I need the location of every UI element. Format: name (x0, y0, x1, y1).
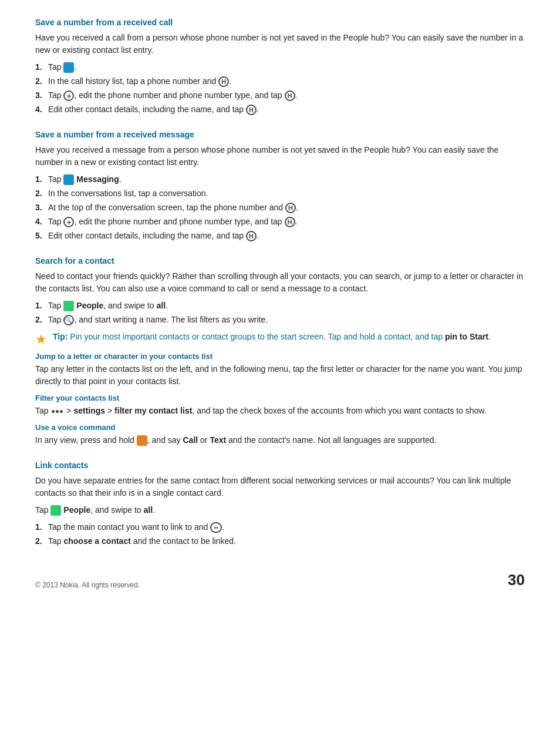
subsection-filter-contacts: Filter your contacts list Tap > settings… (35, 394, 525, 417)
voice-icon (137, 435, 147, 446)
add-icon: + (63, 90, 74, 101)
step-text: In the conversations list, tap a convers… (48, 187, 525, 200)
step-2-save-msg: 2. In the conversations list, tap a conv… (35, 187, 525, 200)
section-title-save-from-message: Save a number from a received message (35, 130, 525, 139)
step-text: Tap the main contact you want to link to… (48, 521, 525, 533)
subsection-title-voice: Use a voice command (35, 423, 525, 432)
step-num: 4. (35, 103, 48, 116)
section-search-contact: Search for a contact Need to contact you… (35, 256, 525, 446)
section-intro-save-from-message: Have you received a message from a perso… (35, 144, 525, 169)
step-2-link: 2. Tap choose a contact and the contact … (35, 535, 525, 547)
step-num: 1. (35, 300, 48, 312)
section-intro-search-contact: Need to contact your friends quickly? Ra… (35, 270, 525, 295)
subsection-body-filter: Tap > settings > filter my contact list,… (35, 405, 525, 417)
save-icon: H (285, 217, 295, 227)
steps-link-contacts: 1. Tap the main contact you want to link… (35, 521, 525, 547)
tip-text: Tip: Pin your most important contacts or… (53, 331, 491, 343)
dots-menu-icon (52, 410, 63, 413)
section-intro-save-from-call: Have you received a call from a person w… (35, 32, 525, 56)
footer-page-number: 30 (508, 571, 525, 589)
people-icon (63, 301, 74, 311)
step-1-save-msg: 1. Tap Messaging. (35, 173, 525, 186)
step-3-save-call: 3. Tap +, edit the phone number and phon… (35, 89, 525, 102)
steps-save-from-call: 1. Tap . 2. In the call history list, ta… (35, 61, 525, 116)
step-num: 1. (35, 521, 48, 533)
subsection-title-jump: Jump to a letter or character in your co… (35, 352, 525, 361)
save-icon: H (246, 231, 257, 241)
section-title-save-from-call: Save a number from a received call (35, 18, 525, 27)
step-text: Tap . (48, 61, 525, 73)
step-text: Tap +, edit the phone number and phone n… (48, 89, 525, 102)
step-4-save-call: 4. Edit other contact details, including… (35, 103, 525, 116)
search-icon: 🔍 (63, 315, 74, 325)
step-text: At the top of the conversation screen, t… (48, 201, 525, 214)
step-2-save-call: 2. In the call history list, tap a phone… (35, 75, 525, 88)
section-link-contacts: Link contacts Do you have separate entri… (35, 461, 525, 547)
step-num: 5. (35, 230, 48, 242)
subsection-body-voice: In any view, press and hold , and say Ca… (35, 434, 525, 446)
add-icon: + (63, 217, 74, 227)
step-num: 3. (35, 201, 48, 214)
subsection-title-filter: Filter your contacts list (35, 394, 525, 402)
step-num: 1. (35, 173, 48, 186)
step-num: 3. (35, 89, 48, 102)
step-num: 2. (35, 75, 48, 88)
footer: © 2013 Nokia. All rights reserved. 30 (35, 571, 525, 589)
section-title-link-contacts: Link contacts (35, 461, 525, 470)
section-title-search-contact: Search for a contact (35, 256, 525, 266)
step-num: 2. (35, 187, 48, 200)
step-text: Edit other contact details, including th… (48, 230, 525, 242)
section-save-from-message: Save a number from a received message Ha… (35, 130, 525, 242)
people-icon (50, 505, 61, 516)
save-icon: H (285, 203, 296, 213)
save-icon: H (285, 90, 295, 101)
step-text: In the call history list, tap a phone nu… (48, 75, 525, 88)
tap-people-line: Tap People, and swipe to all. (35, 504, 525, 516)
tip-star-icon: ★ (35, 332, 47, 347)
steps-search-contact: 1. Tap People, and swipe to all. 2. Tap … (35, 300, 525, 326)
step-5-save-msg: 5. Edit other contact details, including… (35, 230, 525, 242)
messaging-icon (63, 174, 74, 185)
subsection-jump-to-letter: Jump to a letter or character in your co… (35, 352, 525, 388)
step-1-search: 1. Tap People, and swipe to all. (35, 300, 525, 312)
subsection-voice-command: Use a voice command In any view, press a… (35, 423, 525, 446)
steps-save-from-message: 1. Tap Messaging. 2. In the conversation… (35, 173, 525, 242)
step-text: Tap Messaging. (48, 173, 525, 186)
save-icon: H (246, 105, 257, 115)
section-intro-link-contacts: Do you have separate entries for the sam… (35, 475, 525, 499)
subsection-body-jump: Tap any letter in the contacts list on t… (35, 363, 525, 388)
step-text: Tap People, and swipe to all. (48, 300, 525, 312)
step-4-save-msg: 4. Tap +, edit the phone number and phon… (35, 216, 525, 228)
step-2-search: 2. Tap 🔍, and start writing a name. The … (35, 314, 525, 326)
step-text: Tap 🔍, and start writing a name. The lis… (48, 314, 525, 326)
step-1-link: 1. Tap the main contact you want to link… (35, 521, 525, 533)
step-num: 1. (35, 61, 48, 73)
step-num: 4. (35, 216, 48, 228)
footer-copyright: © 2013 Nokia. All rights reserved. (35, 581, 140, 589)
section-save-from-call: Save a number from a received call Have … (35, 18, 525, 116)
step-1-save-call: 1. Tap . (35, 61, 525, 73)
step-text: Tap choose a contact and the contact to … (48, 535, 525, 547)
phone-call-icon (63, 62, 74, 73)
step-num: 2. (35, 314, 48, 326)
step-num: 2. (35, 535, 48, 547)
step-text: Tap +, edit the phone number and phone n… (48, 216, 525, 228)
save-icon: H (218, 76, 229, 87)
tip-box: ★ Tip: Pin your most important contacts … (35, 331, 525, 347)
step-3-save-msg: 3. At the top of the conversation screen… (35, 201, 525, 214)
step-text: Edit other contact details, including th… (48, 103, 525, 116)
link-icon: •• (210, 522, 222, 533)
